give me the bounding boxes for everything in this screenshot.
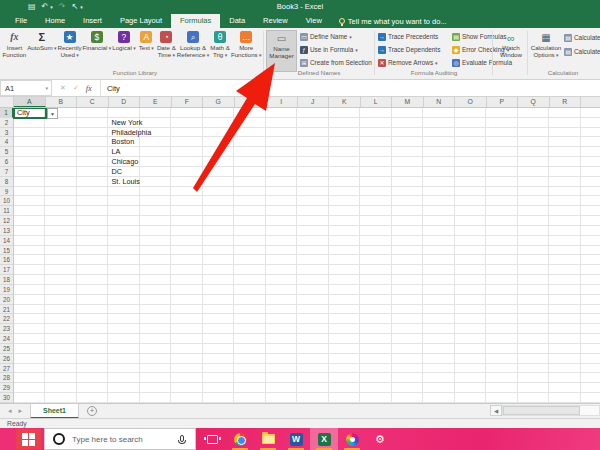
- row-header-21[interactable]: 21: [0, 305, 13, 315]
- column-header-K[interactable]: K: [329, 97, 361, 107]
- insert-function-fx-button[interactable]: fx: [86, 83, 92, 93]
- taskbar-app-settings[interactable]: ⚙: [366, 428, 394, 450]
- column-header-M[interactable]: M: [392, 97, 424, 107]
- column-header-N[interactable]: N: [424, 97, 456, 107]
- row-header-23[interactable]: 23: [0, 324, 13, 334]
- cell-D6[interactable]: Chicago: [112, 157, 139, 167]
- autosum-button[interactable]: ΣAutoSum ▾: [27, 30, 57, 68]
- row-header-24[interactable]: 24: [0, 334, 13, 344]
- next-sheet-arrow-icon[interactable]: ▸: [19, 407, 23, 415]
- tab-view[interactable]: View: [297, 14, 331, 28]
- row-header-15[interactable]: 15: [0, 246, 13, 256]
- trace-dependents-button[interactable]: →Trace Dependents: [378, 44, 440, 55]
- name-box[interactable]: A1 ▾: [0, 80, 52, 96]
- calculate-now-button[interactable]: ▤Calculate Now: [564, 32, 600, 43]
- column-header-H[interactable]: H: [235, 97, 267, 107]
- name-manager-button[interactable]: ▭NameManager: [266, 30, 297, 72]
- cell-D3[interactable]: Philadelphia: [112, 128, 152, 138]
- tab-home[interactable]: Home: [36, 14, 74, 28]
- row-header-10[interactable]: 10: [0, 196, 13, 206]
- row-header-4[interactable]: 4: [0, 137, 13, 147]
- taskbar-app-excel[interactable]: X: [310, 428, 338, 450]
- tab-formulas[interactable]: Formulas: [171, 14, 220, 28]
- row-header-13[interactable]: 13: [0, 226, 13, 236]
- row-header-11[interactable]: 11: [0, 206, 13, 216]
- scrollbar-thumb[interactable]: [503, 406, 580, 415]
- column-header-Q[interactable]: Q: [518, 97, 550, 107]
- column-header-C[interactable]: C: [77, 97, 109, 107]
- data-validation-dropdown-button[interactable]: ▼: [47, 108, 58, 119]
- row-header-20[interactable]: 20: [0, 295, 13, 305]
- row-header-30[interactable]: 30: [0, 393, 13, 403]
- define-name-button[interactable]: ▭Define Name▾: [300, 31, 372, 42]
- tab-page-layout[interactable]: Page Layout: [111, 14, 171, 28]
- cell-D2[interactable]: New York: [112, 118, 143, 128]
- taskbar-app-chrome[interactable]: [226, 428, 254, 450]
- more-functions-button[interactable]: …MoreFunctions ▾: [230, 30, 262, 68]
- column-header-E[interactable]: E: [140, 97, 172, 107]
- row-header-8[interactable]: 8: [0, 177, 13, 187]
- text-button[interactable]: AText ▾: [136, 30, 156, 68]
- tab-file[interactable]: File: [6, 14, 36, 28]
- column-header-I[interactable]: I: [266, 97, 298, 107]
- row-header-19[interactable]: 19: [0, 285, 13, 295]
- column-header-B[interactable]: B: [46, 97, 78, 107]
- row-header-1[interactable]: 1: [0, 108, 13, 118]
- row-header-18[interactable]: 18: [0, 275, 13, 285]
- taskbar-app-paint[interactable]: [338, 428, 366, 450]
- row-header-29[interactable]: 29: [0, 383, 13, 393]
- column-header-O[interactable]: O: [455, 97, 487, 107]
- tell-me-box[interactable]: Tell me what you want to do...: [331, 14, 455, 28]
- calculate-sheet-button[interactable]: ▤Calculate Sheet: [564, 46, 600, 57]
- row-header-14[interactable]: 14: [0, 236, 13, 246]
- watch-window-button[interactable]: ∞ WatchWindow: [496, 30, 526, 72]
- lookupand-reference-button[interactable]: ⌕Lookup &Reference ▾: [176, 30, 209, 68]
- row-header-6[interactable]: 6: [0, 157, 13, 167]
- calculation-options-button[interactable]: ▦ CalculationOptions ▾: [530, 30, 562, 72]
- row-header-27[interactable]: 27: [0, 364, 13, 374]
- tab-insert[interactable]: Insert: [74, 14, 111, 28]
- cell-D5[interactable]: LA: [112, 147, 121, 157]
- column-header-F[interactable]: F: [172, 97, 204, 107]
- row-header-17[interactable]: 17: [0, 265, 13, 275]
- mathand-trig-button[interactable]: θMath &Trig ▾: [210, 30, 231, 68]
- row-header-25[interactable]: 25: [0, 344, 13, 354]
- row-header-7[interactable]: 7: [0, 167, 13, 177]
- row-header-12[interactable]: 12: [0, 216, 13, 226]
- taskbar-app-task-view[interactable]: [198, 428, 226, 450]
- column-header-P[interactable]: P: [487, 97, 519, 107]
- remove-arrows-button[interactable]: ✕Remove Arrows▾: [378, 57, 440, 68]
- start-button[interactable]: [16, 429, 41, 449]
- column-header-L[interactable]: L: [361, 97, 393, 107]
- row-header-3[interactable]: 3: [0, 128, 13, 138]
- trace-precedents-button[interactable]: →Trace Precedents: [378, 31, 440, 42]
- column-header-A[interactable]: A: [14, 97, 46, 107]
- column-header-D[interactable]: D: [109, 97, 141, 107]
- cell-D7[interactable]: DC: [112, 167, 123, 177]
- row-header-28[interactable]: 28: [0, 373, 13, 383]
- cell-D4[interactable]: Boston: [112, 137, 135, 147]
- scroll-left-arrow-icon[interactable]: ◀: [490, 405, 502, 416]
- tab-data[interactable]: Data: [220, 14, 254, 28]
- add-sheet-button[interactable]: +: [87, 406, 97, 416]
- logical-button[interactable]: ?Logical ▾: [112, 30, 137, 68]
- scrollbar-track[interactable]: [502, 405, 600, 416]
- grid-rows[interactable]: 1234567891011121314151617181920212223242…: [0, 108, 600, 403]
- column-header-J[interactable]: J: [298, 97, 330, 107]
- prev-sheet-arrow-icon[interactable]: ◂: [8, 407, 12, 415]
- column-header-G[interactable]: G: [203, 97, 235, 107]
- name-box-caret-icon[interactable]: ▾: [45, 85, 48, 91]
- column-header-R[interactable]: R: [550, 97, 582, 107]
- formula-input[interactable]: City: [101, 80, 600, 96]
- microphone-icon[interactable]: [178, 435, 186, 444]
- taskbar-search-box[interactable]: Type here to search: [44, 428, 196, 450]
- sheet-tab-sheet1[interactable]: Sheet1: [30, 404, 79, 419]
- row-header-2[interactable]: 2: [0, 118, 13, 128]
- row-header-9[interactable]: 9: [0, 187, 13, 197]
- cancel-entry-button[interactable]: ✕: [60, 84, 66, 92]
- row-header-22[interactable]: 22: [0, 314, 13, 324]
- taskbar-app-word[interactable]: W: [282, 428, 310, 450]
- row-header-16[interactable]: 16: [0, 255, 13, 265]
- row-header-5[interactable]: 5: [0, 147, 13, 157]
- tab-review[interactable]: Review: [254, 14, 297, 28]
